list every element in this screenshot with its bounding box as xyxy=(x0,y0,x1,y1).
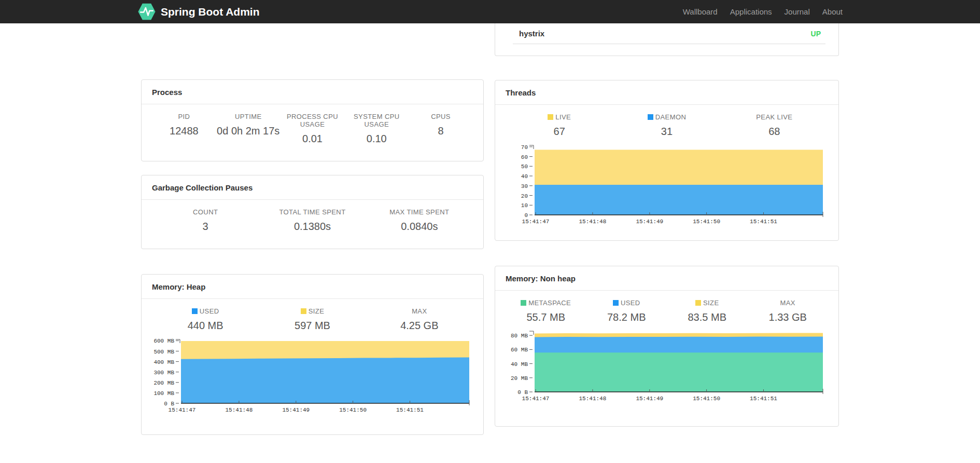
nav-item-about[interactable]: About xyxy=(822,7,843,16)
svg-text:15:41:48: 15:41:48 xyxy=(579,219,606,225)
stat-heap-max: MAX 4.25 GB xyxy=(366,307,473,332)
svg-text:15:41:51: 15:41:51 xyxy=(750,219,777,225)
heap-used-legend-swatch xyxy=(192,308,198,314)
nonheap-size-legend-swatch xyxy=(695,300,701,306)
svg-text:15:41:49: 15:41:49 xyxy=(282,407,310,413)
nonheap-used-legend-swatch xyxy=(613,300,619,306)
navbar: Spring Boot Admin Wallboard Applications… xyxy=(0,0,980,23)
svg-text:15:41:50: 15:41:50 xyxy=(693,219,720,225)
svg-text:80 MB: 80 MB xyxy=(511,333,528,339)
svg-text:15:41:48: 15:41:48 xyxy=(225,407,253,413)
stat-uptime: UPTIME 0d 0h 2m 17s xyxy=(216,113,281,145)
svg-text:0 B: 0 B xyxy=(517,389,528,396)
svg-text:15:41:47: 15:41:47 xyxy=(169,407,196,413)
svg-text:15:41:49: 15:41:49 xyxy=(636,219,663,225)
memory-nonheap-chart: 80 MB60 MB40 MB20 MB0 B15:41:4715:41:481… xyxy=(506,327,838,404)
memory-heap-chart: 600 MB500 MB400 MB300 MB200 MB100 MB0 B1… xyxy=(152,335,483,416)
svg-text:15:41:50: 15:41:50 xyxy=(339,407,367,413)
stat-threads-daemon: DAEMON 31 xyxy=(613,113,720,138)
left-column: Process PID 12488 UPTIME 0d 0h 2m 17s PR… xyxy=(141,79,484,435)
svg-text:15:41:48: 15:41:48 xyxy=(579,396,606,402)
svg-text:0 B: 0 B xyxy=(164,401,174,407)
svg-text:60 MB: 60 MB xyxy=(511,347,528,353)
svg-text:15:41:50: 15:41:50 xyxy=(693,396,720,402)
memory-heap-legend: USED 440 MB SIZE 597 MB MAX 4.25 GB xyxy=(142,299,483,332)
stat-system-cpu-usage: SYSTEM CPU USAGE 0.10 xyxy=(344,113,409,145)
process-card: Process PID 12488 UPTIME 0d 0h 2m 17s PR… xyxy=(141,79,484,161)
svg-text:15:41:49: 15:41:49 xyxy=(636,396,663,402)
svg-text:15:41:51: 15:41:51 xyxy=(750,396,777,402)
svg-text:40 MB: 40 MB xyxy=(511,361,528,367)
stat-nonheap-metaspace: METASPACE 55.7 MB xyxy=(506,299,586,324)
threads-chart: 70605040302010015:41:4715:41:4815:41:491… xyxy=(506,141,838,227)
svg-text:300 MB: 300 MB xyxy=(153,370,174,376)
process-card-title: Process xyxy=(152,88,473,97)
memory-nonheap-legend: METASPACE 55.7 MB USED 78.2 MB xyxy=(495,291,838,324)
application-name[interactable]: hystrix xyxy=(519,29,544,38)
svg-text:15:41:47: 15:41:47 xyxy=(522,396,550,402)
right-column: hystrix UP Threads LIVE 67 xyxy=(495,23,839,427)
stat-nonheap-used: USED 78.2 MB xyxy=(586,299,667,324)
stat-heap-size: SIZE 597 MB xyxy=(259,307,366,332)
stat-nonheap-size: SIZE 83.5 MB xyxy=(667,299,748,324)
svg-text:200 MB: 200 MB xyxy=(153,380,174,386)
daemon-legend-swatch xyxy=(648,114,653,120)
svg-text:40: 40 xyxy=(521,173,528,180)
pulse-hexagon-logo-icon xyxy=(137,2,156,21)
stat-pid: PID 12488 xyxy=(152,113,216,145)
memory-heap-card-title: Memory: Heap xyxy=(152,282,473,291)
nav-links: Wallboard Applications Journal About xyxy=(683,7,843,16)
svg-text:20: 20 xyxy=(521,193,528,199)
process-stats: PID 12488 UPTIME 0d 0h 2m 17s PROCESS CP… xyxy=(142,104,483,161)
brand[interactable]: Spring Boot Admin xyxy=(137,2,260,21)
gc-stats: COUNT 3 TOTAL TIME SPENT 0.1380s MAX TIM… xyxy=(142,200,483,249)
memory-nonheap-card-title: Memory: Non heap xyxy=(506,274,828,283)
memory-heap-card: Memory: Heap USED 440 MB SIZE xyxy=(141,274,484,435)
svg-text:60: 60 xyxy=(521,154,528,160)
svg-text:15:41:47: 15:41:47 xyxy=(522,219,550,225)
gc-pauses-card: Garbage Collection Pauses COUNT 3 TOTAL … xyxy=(141,175,484,249)
stat-threads-peak-live: PEAK LIVE 68 xyxy=(721,113,828,138)
threads-card-title: Threads xyxy=(506,88,828,97)
stat-nonheap-max: MAX 1.33 GB xyxy=(748,299,829,324)
live-legend-swatch xyxy=(548,114,553,120)
svg-text:15:41:51: 15:41:51 xyxy=(396,407,424,413)
svg-text:100 MB: 100 MB xyxy=(153,390,174,397)
brand-title: Spring Boot Admin xyxy=(161,6,260,18)
stat-cpus: CPUS 8 xyxy=(409,113,473,145)
nav-item-journal[interactable]: Journal xyxy=(785,7,810,16)
threads-legend: LIVE 67 DAEMON 31 PEAK LIVE 68 xyxy=(495,105,838,138)
svg-text:20 MB: 20 MB xyxy=(511,375,528,382)
stat-gc-max-time: MAX TIME SPENT 0.0840s xyxy=(366,208,473,233)
content: Process PID 12488 UPTIME 0d 0h 2m 17s PR… xyxy=(141,23,839,435)
nav-item-wallboard[interactable]: Wallboard xyxy=(683,7,718,16)
metaspace-legend-swatch xyxy=(521,300,526,306)
stat-gc-count: COUNT 3 xyxy=(152,208,259,233)
svg-text:50: 50 xyxy=(521,164,528,170)
gc-card-title: Garbage Collection Pauses xyxy=(152,183,473,192)
heap-size-legend-swatch xyxy=(301,308,306,314)
stat-threads-live: LIVE 67 xyxy=(506,113,613,138)
stat-gc-total-time: TOTAL TIME SPENT 0.1380s xyxy=(259,208,366,233)
application-status-card: hystrix UP xyxy=(495,23,839,56)
svg-text:0: 0 xyxy=(524,212,528,219)
svg-text:600 MB: 600 MB xyxy=(153,338,174,344)
status-badge: UP xyxy=(811,30,821,38)
svg-text:400 MB: 400 MB xyxy=(153,359,174,365)
threads-card: Threads LIVE 67 DAEMON xyxy=(495,80,839,241)
svg-text:70: 70 xyxy=(521,144,528,151)
svg-text:10: 10 xyxy=(521,202,528,209)
svg-text:500 MB: 500 MB xyxy=(153,349,174,355)
svg-text:30: 30 xyxy=(521,183,528,189)
nav-item-applications[interactable]: Applications xyxy=(730,7,772,16)
memory-nonheap-card: Memory: Non heap METASPACE 55.7 MB USED xyxy=(495,266,839,427)
page: Spring Boot Admin Wallboard Applications… xyxy=(0,0,980,463)
stat-heap-used: USED 440 MB xyxy=(152,307,259,332)
application-row-hystrix[interactable]: hystrix UP xyxy=(513,23,825,44)
stat-process-cpu-usage: PROCESS CPU USAGE 0.01 xyxy=(281,113,345,145)
